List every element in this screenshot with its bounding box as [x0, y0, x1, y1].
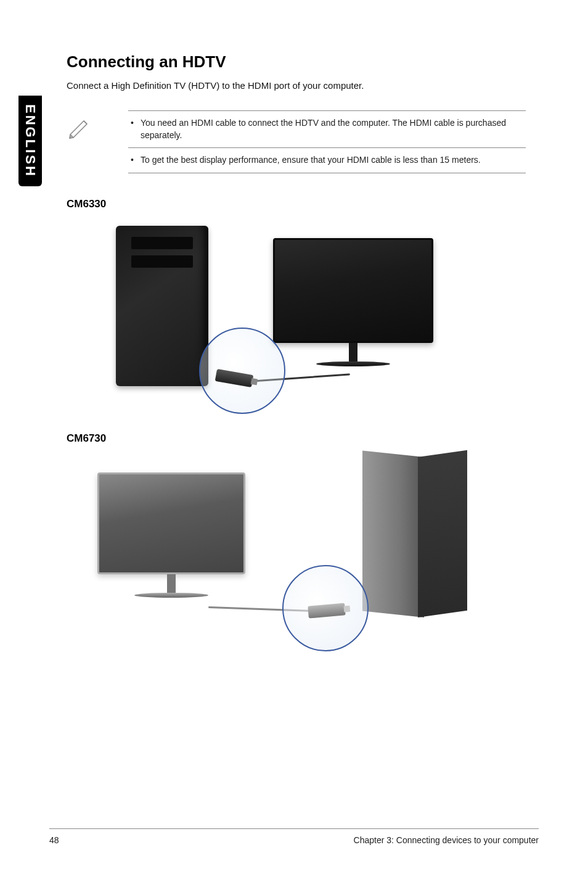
monitor-icon [97, 472, 245, 598]
note-text: You need an HDMI cable to connect the HD… [128, 110, 526, 173]
pencil-note-icon [67, 114, 91, 141]
hdmi-plug-icon [308, 603, 346, 618]
language-tab: ENGLISH [18, 96, 42, 186]
note-block: You need an HDMI cable to connect the HD… [67, 110, 526, 173]
chapter-title: Chapter 3: Connecting devices to your co… [354, 835, 539, 845]
page-number: 48 [49, 835, 59, 845]
page-content: Connecting an HDTV Connect a High Defini… [67, 52, 526, 679]
computer-tower-icon [116, 226, 208, 386]
note-item: To get the best display performance, ens… [128, 148, 526, 173]
diagram-cm6730 [67, 457, 526, 654]
intro-text: Connect a High Definition TV (HDTV) to t… [67, 80, 526, 91]
model-heading: CM6730 [67, 432, 526, 445]
computer-tower-icon [362, 457, 467, 617]
note-item: You need an HDMI cable to connect the HD… [128, 111, 526, 147]
page-heading: Connecting an HDTV [67, 52, 526, 72]
page-footer: 48 Chapter 3: Connecting devices to your… [49, 828, 539, 845]
zoom-circle-icon [199, 328, 285, 414]
model-heading: CM6330 [67, 198, 526, 210]
diagram-cm6330 [67, 223, 526, 408]
monitor-icon [273, 238, 433, 366]
zoom-circle-icon [282, 565, 369, 651]
hdmi-plug-icon [215, 369, 254, 387]
